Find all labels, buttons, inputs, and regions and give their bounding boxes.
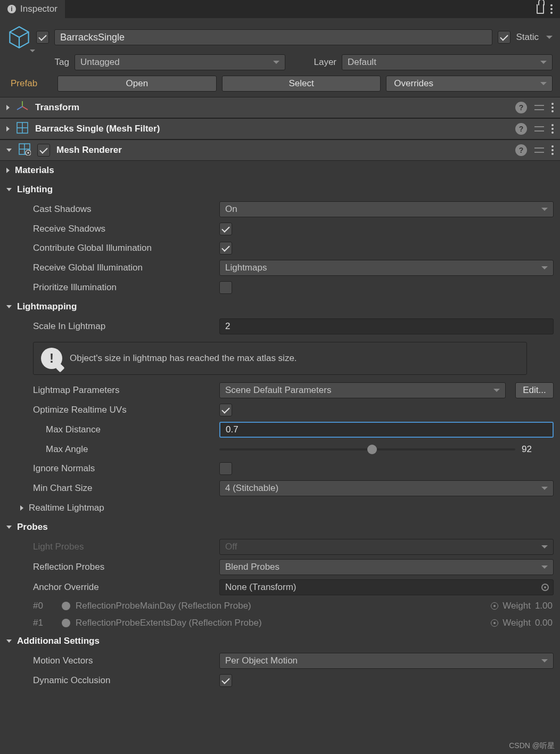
watermark: CSDN @听星: [509, 741, 555, 751]
meshrenderer-title: Mesh Renderer: [56, 145, 509, 155]
ignore-normals-row: Ignore Normals: [0, 459, 560, 478]
weight-label: Weight: [503, 618, 531, 628]
foldout-icon[interactable]: [6, 105, 10, 110]
target-icon: [491, 602, 498, 610]
probe-row-1: #1 ReflectionProbeExtentsDay (Reflection…: [0, 614, 560, 632]
scale-input[interactable]: [219, 318, 554, 334]
gameobject-icon[interactable]: [7, 26, 31, 49]
prioritize-checkbox[interactable]: [219, 281, 232, 294]
context-menu-icon[interactable]: [551, 145, 554, 155]
contribute-gi-checkbox[interactable]: [219, 242, 232, 255]
materials-section[interactable]: Materials: [0, 161, 560, 180]
lighting-section[interactable]: Lighting: [0, 180, 560, 199]
ignore-normals-label: Ignore Normals: [33, 463, 214, 474]
receive-gi-row: Receive Global Illumination Lightmaps: [0, 258, 560, 278]
active-checkbox[interactable]: [36, 31, 49, 44]
context-menu-icon[interactable]: [551, 103, 554, 112]
anchor-override-field[interactable]: None (Transform): [219, 579, 554, 595]
max-angle-row: Max Angle 92: [0, 440, 560, 459]
transform-icon: [16, 100, 29, 116]
meshfilter-component-header[interactable]: Barracks Single (Mesh Filter) ?: [0, 118, 560, 140]
foldout-icon[interactable]: [6, 640, 12, 643]
component-enabled-checkbox[interactable]: [37, 144, 50, 157]
motion-vectors-label: Motion Vectors: [33, 655, 214, 666]
transform-component-header[interactable]: Transform ?: [0, 97, 560, 118]
preset-icon[interactable]: [534, 103, 544, 112]
max-angle-slider[interactable]: [219, 448, 515, 450]
foldout-icon[interactable]: [6, 149, 12, 152]
receive-gi-dropdown[interactable]: Lightmaps: [219, 260, 554, 276]
layer-dropdown[interactable]: Default: [342, 54, 553, 70]
ignore-normals-checkbox[interactable]: [219, 462, 232, 475]
optimize-uvs-row: Optimize Realtime UVs: [0, 400, 560, 420]
additional-section[interactable]: Additional Settings: [0, 632, 560, 651]
foldout-icon[interactable]: [6, 526, 12, 529]
dynamic-occlusion-checkbox[interactable]: [219, 674, 232, 687]
svg-point-12: [27, 152, 29, 154]
light-probes-dropdown: Off: [219, 539, 554, 555]
preset-icon[interactable]: [534, 124, 544, 134]
foldout-icon[interactable]: [20, 505, 23, 511]
max-angle-label: Max Angle: [46, 444, 214, 455]
receive-shadows-row: Receive Shadows: [0, 219, 560, 239]
lightmapping-section[interactable]: Lightmapping: [0, 297, 560, 316]
probe-name: ReflectionProbeExtentsDay (Reflection Pr…: [76, 618, 485, 628]
warning-text: Object's size in lightmap has reached th…: [70, 353, 297, 364]
realtime-lightmap-section[interactable]: Realtime Lightmap: [0, 498, 560, 518]
inspector-tab[interactable]: i Inspector: [0, 0, 65, 18]
max-angle-value[interactable]: 92: [522, 444, 554, 455]
parameters-dropdown[interactable]: Scene Default Parameters: [219, 382, 506, 398]
prioritize-label: Prioritize Illumination: [33, 282, 214, 293]
overrides-button[interactable]: Overrides: [386, 76, 553, 92]
dynamic-occlusion-row: Dynamic Occlusion: [0, 671, 560, 690]
contribute-gi-row: Contribute Global Illumination: [0, 239, 560, 258]
cast-shadows-label: Cast Shadows: [33, 204, 214, 215]
parameters-row: Lightmap Parameters Scene Default Parame…: [0, 380, 560, 400]
light-probes-label: Light Probes: [33, 542, 214, 552]
min-chart-label: Min Chart Size: [33, 483, 214, 494]
probe-index: #0: [33, 601, 56, 611]
select-button[interactable]: Select: [222, 76, 381, 92]
reflection-probes-row: Reflection Probes Blend Probes: [0, 557, 560, 577]
min-chart-dropdown[interactable]: 4 (Stitchable): [219, 480, 554, 496]
lock-icon[interactable]: [537, 4, 544, 14]
max-distance-input[interactable]: [219, 422, 554, 438]
motion-vectors-dropdown[interactable]: Per Object Motion: [219, 653, 554, 669]
optimize-uvs-checkbox[interactable]: [219, 404, 232, 416]
weight-label: Weight: [503, 601, 531, 611]
dynamic-occlusion-label: Dynamic Occlusion: [33, 675, 214, 686]
edit-button[interactable]: Edit...: [515, 382, 554, 398]
foldout-icon[interactable]: [6, 126, 10, 132]
static-dropdown-arrow[interactable]: [546, 36, 553, 39]
cast-shadows-dropdown[interactable]: On: [219, 201, 554, 217]
help-icon[interactable]: ?: [515, 123, 527, 135]
name-input[interactable]: [54, 29, 492, 45]
meshfilter-icon: [16, 121, 29, 137]
context-menu-icon[interactable]: [550, 4, 553, 14]
meshrenderer-component-header[interactable]: Mesh Renderer ?: [0, 140, 560, 161]
gameobject-header: Static: [0, 18, 560, 54]
materials-title: Materials: [15, 165, 54, 176]
foldout-icon[interactable]: [6, 305, 12, 308]
preset-icon[interactable]: [534, 145, 544, 155]
receive-shadows-label: Receive Shadows: [33, 224, 214, 234]
probes-section[interactable]: Probes: [0, 518, 560, 537]
static-label: Static: [516, 32, 539, 43]
object-picker-icon[interactable]: [541, 584, 549, 591]
reflection-probes-label: Reflection Probes: [33, 562, 214, 572]
probe-icon: [62, 602, 70, 610]
receive-shadows-checkbox[interactable]: [219, 223, 232, 235]
reflection-probes-dropdown[interactable]: Blend Probes: [219, 559, 554, 575]
help-icon[interactable]: ?: [515, 102, 527, 113]
foldout-icon[interactable]: [6, 188, 12, 191]
open-button[interactable]: Open: [57, 76, 217, 92]
context-menu-icon[interactable]: [551, 124, 554, 134]
prefab-label: Prefab: [11, 78, 52, 89]
motion-vectors-row: Motion Vectors Per Object Motion: [0, 651, 560, 671]
static-checkbox[interactable]: [498, 31, 510, 44]
help-icon[interactable]: ?: [515, 144, 527, 156]
lightmap-warning: ! Object's size in lightmap has reached …: [33, 342, 527, 375]
max-distance-row: Max Distance: [0, 420, 560, 440]
tag-dropdown[interactable]: Untagged: [75, 54, 285, 70]
foldout-icon[interactable]: [6, 168, 10, 173]
